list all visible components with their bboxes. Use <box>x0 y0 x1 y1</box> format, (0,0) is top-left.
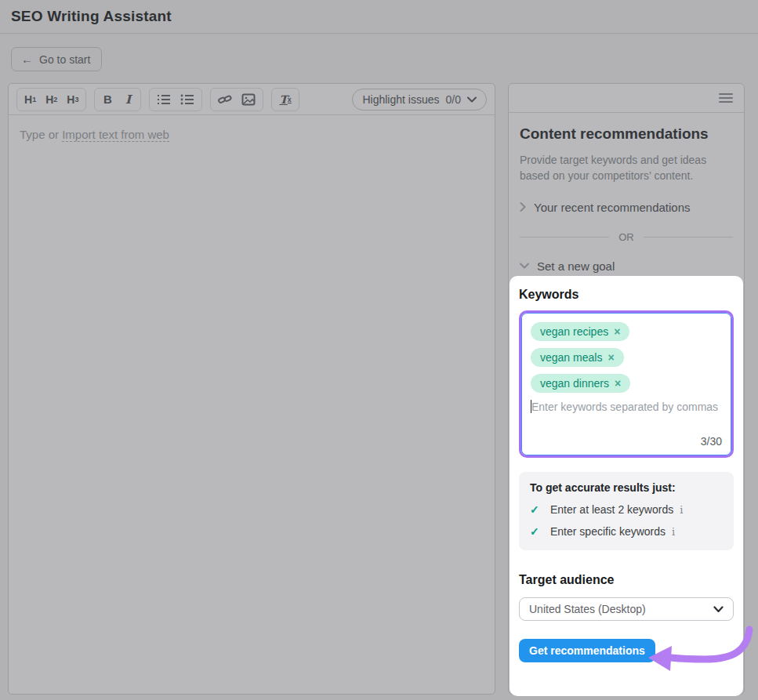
ordered-list-button[interactable] <box>153 91 175 108</box>
set-new-goal-label: Set a new goal <box>537 259 615 273</box>
highlight-issues-label: Highlight issues <box>362 93 439 106</box>
clear-format-group: Tx <box>271 88 299 111</box>
hints-title: To get accurate results just: <box>530 481 723 494</box>
keyword-tag[interactable]: vegan meals × <box>531 348 624 367</box>
keyword-tag-label: vegan recipes <box>540 325 608 338</box>
link-button[interactable] <box>214 91 236 108</box>
keywords-input-box[interactable]: vegan recipes × vegan meals × vegan dinn… <box>519 310 734 458</box>
italic-button[interactable]: I <box>118 91 137 108</box>
editor-toolbar: H1 H2 H3 B I <box>9 84 495 115</box>
list-button-group <box>149 88 202 111</box>
accuracy-hints-box: To get accurate results just: ✓ Enter at… <box>519 472 734 550</box>
chevron-down-icon <box>713 606 724 613</box>
back-arrow-icon: ← <box>21 53 33 66</box>
heading-button-group: H1 H2 H3 <box>16 88 86 111</box>
clear-formatting-button[interactable]: Tx <box>275 91 295 108</box>
panel-title: Content recommendations <box>520 125 733 143</box>
panel-description: Provide target keywords and get ideas ba… <box>520 152 733 184</box>
editor-text-area[interactable]: Type or Import text from web <box>9 115 495 154</box>
hint-item: ✓ Enter specific keywords i <box>530 525 723 538</box>
editor-placeholder: Type or <box>20 128 62 141</box>
keywords-text-input[interactable]: Enter keywords separated by commas <box>531 400 724 413</box>
keyword-tag[interactable]: vegan dinners × <box>531 374 630 393</box>
bold-button[interactable]: B <box>98 91 117 108</box>
target-audience-label: Target audience <box>519 573 734 587</box>
chevron-down-icon <box>520 263 529 269</box>
format-button-group: B I <box>94 88 141 111</box>
keyword-tag-label: vegan meals <box>540 351 602 364</box>
set-goal-card: Keywords vegan recipes × vegan meals × v… <box>510 276 743 696</box>
remove-keyword-icon[interactable]: × <box>614 326 620 337</box>
app-header: SEO Writing Assistant <box>0 0 758 34</box>
hint-text: Enter specific keywords <box>550 525 666 538</box>
remove-keyword-icon[interactable]: × <box>607 352 614 363</box>
bullet-list-button[interactable] <box>176 91 198 108</box>
import-text-link[interactable]: Import text from web <box>62 128 169 142</box>
go-to-start-button[interactable]: ← Go to start <box>11 47 102 71</box>
or-divider: OR <box>520 231 733 243</box>
h2-button[interactable]: H2 <box>42 91 61 108</box>
or-label: OR <box>618 231 634 243</box>
page-title: SEO Writing Assistant <box>11 8 747 25</box>
keywords-counter: 3/30 <box>701 435 722 448</box>
info-icon[interactable]: i <box>672 526 675 538</box>
highlight-issues-count: 0/0 <box>446 93 461 106</box>
chevron-down-icon <box>467 96 477 103</box>
keyword-tag-label: vegan dinners <box>540 377 609 390</box>
go-to-start-label: Go to start <box>39 53 90 66</box>
bullet-list-icon <box>180 93 194 106</box>
recent-recommendations-label: Your recent recommendations <box>534 201 691 214</box>
check-icon: ✓ <box>530 525 550 538</box>
h3-button[interactable]: H3 <box>63 91 82 108</box>
get-recommendations-button[interactable]: Get recommendations <box>519 639 655 662</box>
panel-body: Content recommendations Provide target k… <box>509 113 744 284</box>
panel-header <box>509 84 744 113</box>
image-button[interactable] <box>238 91 259 108</box>
target-audience-value: United States (Desktop) <box>529 603 646 615</box>
hint-text: Enter at least 2 keywords <box>550 503 673 516</box>
set-new-goal-accordion[interactable]: Set a new goal <box>520 259 733 273</box>
keywords-label: Keywords <box>519 288 734 302</box>
ordered-list-icon <box>157 93 171 106</box>
target-audience-select[interactable]: United States (Desktop) <box>519 597 734 621</box>
info-icon[interactable]: i <box>680 504 683 516</box>
highlight-issues-dropdown[interactable]: Highlight issues 0/0 <box>352 89 487 111</box>
chevron-right-icon <box>520 202 526 212</box>
keywords-placeholder: Enter keywords separated by commas <box>531 401 718 413</box>
editor-panel: H1 H2 H3 B I <box>8 83 495 695</box>
remove-keyword-icon[interactable]: × <box>615 378 621 389</box>
menu-icon[interactable] <box>719 91 733 105</box>
hint-item: ✓ Enter at least 2 keywords i <box>530 503 723 516</box>
check-icon: ✓ <box>530 503 550 516</box>
h1-button[interactable]: H1 <box>20 91 40 108</box>
keyword-tag[interactable]: vegan recipes × <box>531 322 629 341</box>
image-icon <box>241 93 256 106</box>
recent-recommendations-accordion[interactable]: Your recent recommendations <box>520 201 733 214</box>
insert-button-group <box>210 88 263 111</box>
link-icon <box>218 93 232 106</box>
